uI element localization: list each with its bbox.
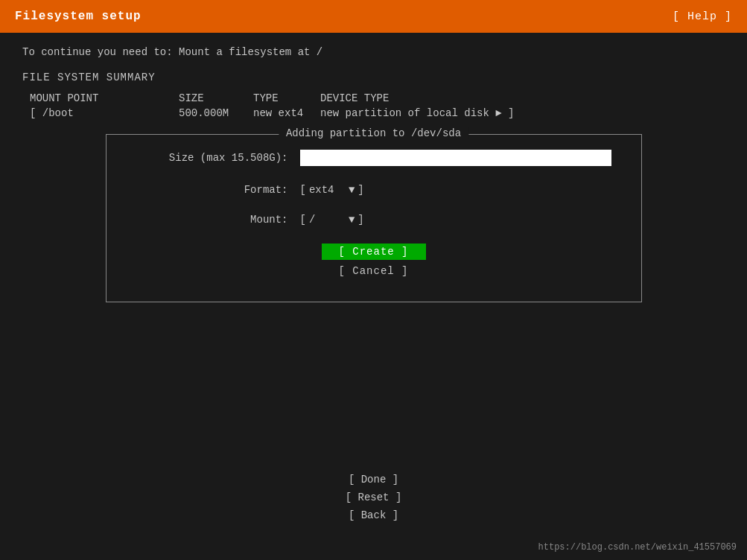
format-select[interactable]: ext4 ext3 ext2 xfs btrfs swap	[309, 184, 344, 196]
format-field: Format: [ ext4 ext3 ext2 xfs btrfs swap …	[136, 184, 611, 196]
instruction-text: To continue you need to: Mount a filesys…	[22, 46, 725, 58]
dialog-title: Adding partition to /dev/sda	[279, 127, 468, 139]
create-button[interactable]: [ Create ]	[322, 244, 426, 260]
format-label: Format:	[136, 184, 300, 196]
filesystem-table: MOUNT POINT SIZE TYPE DEVICE TYPE [ /boo…	[30, 92, 725, 119]
size-input[interactable]	[300, 150, 611, 166]
cancel-button[interactable]: [ Cancel ]	[322, 263, 426, 279]
back-button[interactable]: [ Back ]	[322, 508, 426, 523]
table-header: MOUNT POINT SIZE TYPE DEVICE TYPE	[30, 92, 725, 104]
bottom-buttons: [ Done ] [ Reset ] [ Back ]	[0, 472, 747, 523]
reset-button[interactable]: [ Reset ]	[322, 490, 426, 505]
section-title: FILE SYSTEM SUMMARY	[22, 71, 725, 83]
dialog-buttons: [ Create ] [ Cancel ]	[136, 244, 611, 279]
table-row[interactable]: [ /boot 500.000M new ext4 new partition …	[30, 107, 725, 119]
mount-bracket-right: ]	[357, 214, 363, 226]
format-select-wrapper: [ ext4 ext3 ext2 xfs btrfs swap ▼ ]	[300, 184, 364, 196]
cell-mount: [ /boot	[30, 107, 179, 119]
mount-label: Mount:	[136, 214, 300, 226]
cell-size: 500.000M	[179, 107, 253, 119]
cell-type: new ext4	[253, 107, 320, 119]
size-label: Size (max 15.508G):	[136, 152, 300, 164]
mount-field: Mount: [ / /boot /home /tmp /var swap ▼ …	[136, 214, 611, 226]
col-header-mount: MOUNT POINT	[30, 92, 179, 104]
format-bracket-right: ]	[357, 184, 363, 196]
col-header-device: DEVICE TYPE	[320, 92, 544, 104]
mount-select-wrapper: [ / /boot /home /tmp /var swap ▼ ]	[300, 214, 364, 226]
done-button[interactable]: [ Done ]	[322, 472, 426, 487]
main-content: To continue you need to: Mount a filesys…	[0, 33, 747, 316]
mount-select[interactable]: / /boot /home /tmp /var swap	[309, 214, 344, 226]
col-header-size: SIZE	[179, 92, 253, 104]
dialog-wrapper: Adding partition to /dev/sda Size (max 1…	[22, 134, 725, 302]
col-header-type: TYPE	[253, 92, 320, 104]
format-arrow-icon: ▼	[349, 184, 355, 196]
header-title: Filesystem setup	[15, 10, 142, 23]
dialog: Adding partition to /dev/sda Size (max 1…	[106, 134, 642, 302]
cell-device: new partition of local disk ► ]	[320, 107, 544, 119]
watermark: https://blog.csdn.net/weixin_41557069	[538, 542, 737, 553]
header: Filesystem setup [ Help ]	[0, 0, 747, 33]
mount-arrow-icon: ▼	[349, 214, 355, 226]
format-bracket-left: [	[300, 184, 306, 196]
mount-bracket-left: [	[300, 214, 306, 226]
size-field: Size (max 15.508G):	[136, 150, 611, 166]
help-button[interactable]: [ Help ]	[673, 10, 732, 23]
